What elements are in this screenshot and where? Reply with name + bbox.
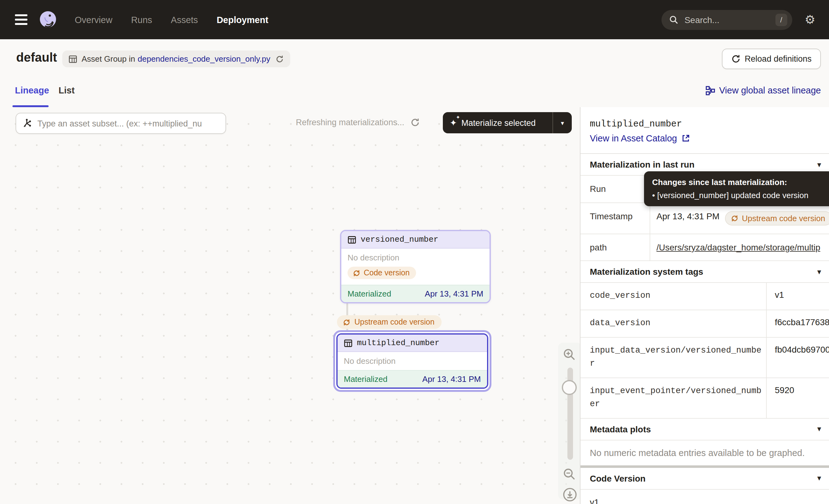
asset-detail-panel: multiplied_number View in Asset Catalog …: [580, 107, 829, 504]
hamburger-menu-icon[interactable]: [15, 12, 27, 27]
section-title: Materialization system tags: [590, 267, 703, 277]
chevron-down-icon[interactable]: ▾: [818, 474, 821, 482]
op-selector-icon: [22, 118, 32, 128]
run-label: Run: [580, 176, 650, 203]
zoom-in-icon[interactable]: [563, 348, 576, 361]
code-version-icon: [353, 269, 361, 277]
tab-lineage[interactable]: Lineage: [15, 85, 49, 95]
lineage-graph-icon: [706, 86, 715, 95]
nav-item-overview[interactable]: Overview: [75, 15, 112, 25]
nav-item-assets[interactable]: Assets: [171, 15, 198, 25]
materialize-selected-button[interactable]: ✦✦ Materialize selected ▾: [443, 112, 572, 133]
gear-icon[interactable]: ⚙: [805, 14, 815, 26]
chevron-down-icon[interactable]: ▾: [818, 425, 821, 433]
section-separator: [580, 465, 829, 468]
tabs-row: Lineage List View global asset lineage: [0, 77, 829, 108]
code-version-value: v1: [580, 489, 829, 504]
section-title: Materialization in last run: [590, 159, 694, 170]
zoom-out-icon[interactable]: [563, 467, 576, 481]
page-header: default Asset Group in dependencies_code…: [0, 39, 829, 77]
path-link[interactable]: /Users/sryza/dagster_home/storage/multip: [656, 242, 820, 252]
upstream-code-version-pill[interactable]: Upstream code version: [725, 211, 829, 225]
sparkle-icon: ✦✦: [450, 118, 457, 128]
tag-row: input_event_pointer/versioned_number 592…: [580, 377, 829, 418]
node-timestamp: Apr 13, 4:31 PM: [425, 289, 483, 298]
upstream-pill-label: Upstream code version: [742, 214, 825, 223]
zoom-controls: [558, 343, 582, 500]
path-label: path: [580, 234, 650, 260]
nav-links: Overview Runs Assets Deployment: [75, 15, 268, 25]
asset-subset-filter[interactable]: [15, 113, 226, 134]
download-image-icon[interactable]: [563, 487, 577, 502]
metadata-plots-empty: No numeric metadata entries available to…: [580, 439, 829, 465]
reload-icon[interactable]: [275, 55, 284, 63]
timestamp-row: Timestamp Apr 13, 4:31 PM Upstream code …: [580, 203, 829, 233]
section-title: Metadata plots: [590, 424, 651, 434]
node-description: No description: [348, 253, 483, 262]
nav-item-runs[interactable]: Runs: [131, 15, 152, 25]
dagster-logo-icon[interactable]: [37, 9, 59, 30]
search-input[interactable]: [683, 14, 754, 25]
upstream-code-version-label: Upstream code version: [354, 318, 434, 326]
table-icon: [69, 55, 77, 63]
section-system-tags: Materialization system tags ▾: [580, 260, 829, 282]
path-row: path /Users/sryza/dagster_home/storage/m…: [580, 233, 829, 260]
view-global-asset-lineage-link[interactable]: View global asset lineage: [706, 85, 821, 95]
page-title: default: [16, 50, 57, 65]
refresh-icon[interactable]: [410, 118, 420, 127]
tooltip-title: Changes since last materialization:: [652, 178, 829, 187]
zoom-slider-handle[interactable]: [562, 380, 577, 395]
chevron-down-icon[interactable]: ▾: [818, 267, 821, 276]
tag-value: fb04dcb69700: [766, 338, 829, 377]
dagster-app: Overview Runs Assets Deployment / ⚙ defa…: [0, 0, 829, 504]
chevron-down-icon[interactable]: ▾: [818, 160, 821, 169]
tag-value: v1: [766, 283, 829, 310]
code-version-icon: [731, 214, 739, 222]
table-icon: [348, 235, 356, 244]
tag-row: code_version v1: [580, 282, 829, 310]
top-nav: Overview Runs Assets Deployment / ⚙: [0, 0, 829, 39]
node-title: multiplied_number: [357, 338, 439, 348]
code-version-badge-label: Code version: [364, 268, 409, 277]
reload-icon: [731, 54, 740, 64]
refreshing-status: Refreshing materializations...: [296, 118, 420, 127]
tag-key: input_event_pointer/versioned_number: [580, 378, 766, 418]
tag-key: data_version: [580, 310, 766, 337]
nav-item-deployment[interactable]: Deployment: [217, 15, 268, 25]
asset-node-versioned-number[interactable]: versioned_number No description Code ver…: [340, 230, 491, 303]
node-status: Materialized: [348, 289, 391, 298]
tooltip-item: • [versioned_number] updated code versio…: [652, 191, 829, 200]
asset-node-multiplied-number[interactable]: multiplied_number No description Materia…: [333, 330, 492, 392]
timestamp-value: Apr 13, 4:31 PM: [656, 211, 719, 221]
panel-asset-title: multiplied_number: [590, 119, 829, 129]
asset-group-file-link[interactable]: dependencies_code_version_only.py: [138, 54, 270, 64]
view-in-asset-catalog-link[interactable]: View in Asset Catalog: [590, 133, 829, 143]
node-timestamp: Apr 13, 4:31 PM: [422, 374, 481, 384]
lineage-canvas[interactable]: Refreshing materializations... ✦✦ Materi…: [0, 107, 580, 504]
code-version-badge[interactable]: Code version: [348, 267, 416, 279]
node-description: No description: [344, 356, 481, 366]
code-version-icon: [343, 318, 351, 326]
reload-definitions-button[interactable]: Reload definitions: [722, 48, 821, 69]
section-code-version: Code Version ▾: [580, 468, 829, 489]
section-title: Code Version: [590, 473, 646, 483]
reload-definitions-label: Reload definitions: [745, 54, 812, 64]
materialize-dropdown-caret[interactable]: ▾: [553, 119, 572, 126]
table-icon: [344, 338, 353, 347]
changes-tooltip: Changes since last materialization: • [v…: [644, 171, 829, 206]
tag-value: 5920: [766, 378, 829, 418]
timestamp-label: Timestamp: [580, 203, 650, 233]
tag-value: f6ccba177638: [766, 310, 829, 337]
catalog-link-label: View in Asset Catalog: [590, 133, 677, 143]
tag-key: code_version: [580, 283, 766, 310]
tag-row: data_version f6ccba177638: [580, 310, 829, 337]
external-link-icon: [681, 134, 690, 143]
search-shortcut-key: /: [775, 13, 787, 26]
upstream-code-version-badge[interactable]: Upstream code version: [337, 315, 441, 329]
tag-row: input_data_version/versioned_number fb04…: [580, 337, 829, 377]
global-search[interactable]: /: [661, 10, 792, 30]
node-status: Materialized: [344, 374, 387, 384]
asset-subset-input[interactable]: [36, 118, 207, 129]
nav-right: / ⚙: [661, 10, 815, 30]
tab-list[interactable]: List: [59, 85, 75, 95]
